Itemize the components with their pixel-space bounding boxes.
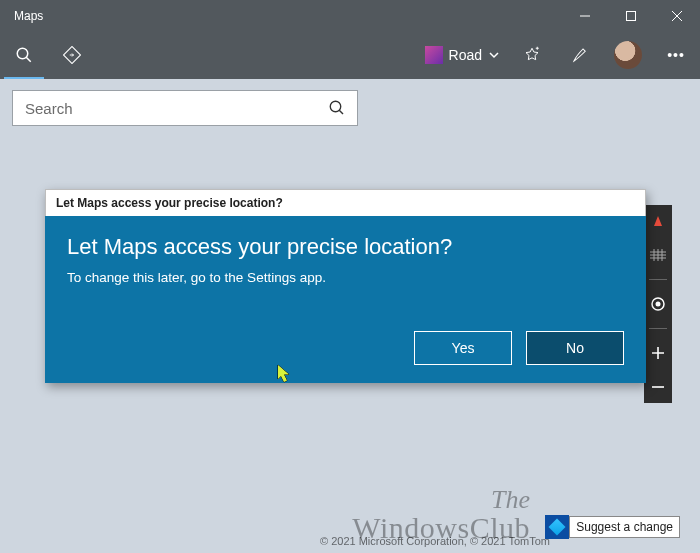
search-icon: [15, 46, 33, 64]
ellipsis-icon: •••: [667, 47, 685, 63]
dialog-button-row: Yes No: [67, 331, 624, 365]
compass-button[interactable]: [648, 211, 668, 231]
zoom-in-button[interactable]: [648, 343, 668, 363]
pen-icon: [571, 46, 589, 64]
svg-point-5: [656, 302, 661, 307]
app-toolbar: Road •••: [0, 31, 700, 79]
divider: [649, 328, 667, 329]
no-button[interactable]: No: [526, 331, 624, 365]
directions-tab[interactable]: [48, 31, 96, 79]
map-controls: [644, 205, 672, 403]
maximize-button[interactable]: [608, 0, 654, 31]
suggest-change-icon: [545, 515, 569, 539]
search-tab[interactable]: [0, 31, 48, 79]
window-title: Maps: [0, 9, 562, 23]
minus-icon: [651, 380, 665, 394]
yes-button[interactable]: Yes: [414, 331, 512, 365]
map-copyright: © 2021 Microsoft Corporation, © 2021 Tom…: [320, 535, 550, 547]
dialog-header: Let Maps access your precise location?: [45, 189, 646, 216]
zoom-out-button[interactable]: [648, 377, 668, 397]
suggest-change-label: Suggest a change: [569, 516, 680, 538]
directions-icon: [63, 46, 81, 64]
locate-me-button[interactable]: [648, 294, 668, 314]
star-add-icon: [523, 46, 541, 64]
map-view-label: Road: [449, 47, 482, 63]
svg-rect-0: [627, 11, 636, 20]
close-button[interactable]: [654, 0, 700, 31]
map-view-selector[interactable]: Road: [417, 31, 508, 79]
chevron-down-icon: [488, 49, 500, 61]
svg-point-1: [17, 48, 28, 59]
dialog-body: Let Maps access your precise location? T…: [45, 216, 646, 383]
tilt-button[interactable]: [648, 245, 668, 265]
compass-icon: [654, 216, 662, 226]
dialog-message: To change this later, go to the Settings…: [67, 270, 624, 285]
more-button[interactable]: •••: [652, 31, 700, 79]
search-submit-button[interactable]: [317, 99, 357, 117]
minimize-button[interactable]: [562, 0, 608, 31]
plus-icon: [651, 346, 665, 360]
search-box[interactable]: [12, 90, 358, 126]
favorites-button[interactable]: [508, 31, 556, 79]
search-icon: [328, 99, 346, 117]
ink-button[interactable]: [556, 31, 604, 79]
locate-icon: [650, 296, 666, 312]
titlebar: Maps: [0, 0, 700, 31]
user-avatar[interactable]: [614, 41, 642, 69]
suggest-change-chip[interactable]: Suggest a change: [545, 515, 680, 539]
location-permission-dialog: Let Maps access your precise location? L…: [45, 189, 646, 383]
map-view-tile-icon: [425, 46, 443, 64]
dialog-title: Let Maps access your precise location?: [67, 234, 624, 260]
svg-point-3: [330, 101, 341, 112]
search-input[interactable]: [13, 100, 317, 117]
tilt-icon: [650, 249, 666, 261]
divider: [649, 279, 667, 280]
